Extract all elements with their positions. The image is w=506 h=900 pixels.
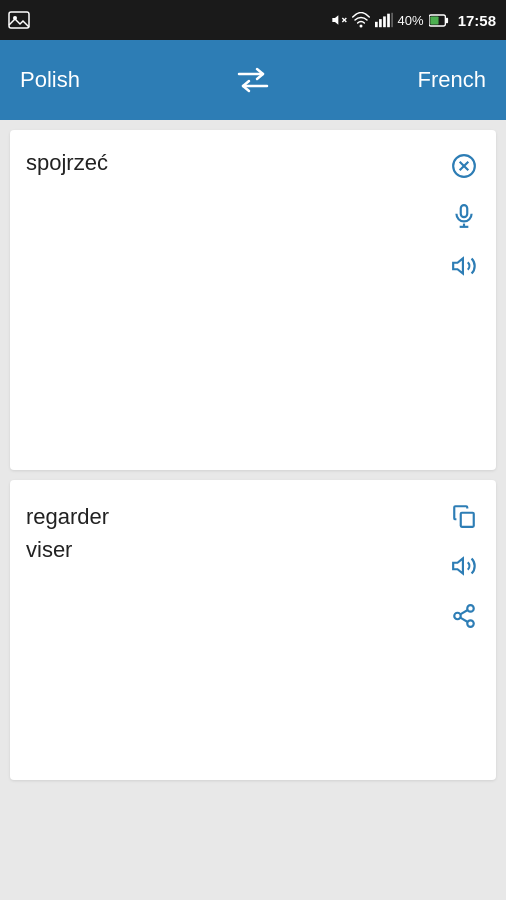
swap-languages-button[interactable] [235,66,271,94]
photo-icon [8,11,30,29]
input-speaker-button[interactable] [448,250,480,282]
svg-point-4 [359,25,362,28]
svg-line-25 [460,618,467,622]
microphone-button[interactable] [448,200,480,232]
svg-rect-6 [379,19,382,27]
mute-icon [331,12,347,28]
source-language-label[interactable]: Polish [20,67,120,93]
output-line-1: regarder [26,500,438,533]
svg-rect-11 [445,17,447,22]
status-bar: 40% 17:58 [0,0,506,40]
output-line-2: viser [26,533,438,566]
main-content: spojrzeć [0,120,506,900]
svg-rect-21 [461,513,474,527]
svg-point-23 [454,613,461,620]
wifi-icon [352,12,370,28]
output-card: regarder viser [10,480,496,780]
svg-point-24 [467,620,474,627]
copy-button[interactable] [448,500,480,532]
svg-rect-9 [391,13,393,27]
svg-rect-7 [383,16,386,27]
signal-icon [375,12,393,28]
svg-point-22 [467,605,474,612]
input-icons [448,146,480,454]
svg-line-26 [460,610,467,614]
svg-rect-8 [387,14,390,28]
output-icons [448,496,480,764]
svg-rect-12 [430,16,438,24]
status-time: 17:58 [458,12,496,29]
app-header: Polish French [0,40,506,120]
battery-icon [429,14,449,27]
target-language-label[interactable]: French [386,67,486,93]
input-text[interactable]: spojrzeć [26,146,438,454]
share-button[interactable] [448,600,480,632]
status-bar-left [8,11,30,29]
battery-text: 40% [398,13,424,28]
svg-rect-5 [375,22,378,27]
svg-rect-0 [9,12,29,28]
output-text: regarder viser [26,496,438,764]
clear-button[interactable] [448,150,480,182]
output-speaker-button[interactable] [448,550,480,582]
svg-rect-18 [461,205,468,217]
input-card: spojrzeć [10,130,496,470]
status-bar-right: 40% 17:58 [331,12,496,29]
